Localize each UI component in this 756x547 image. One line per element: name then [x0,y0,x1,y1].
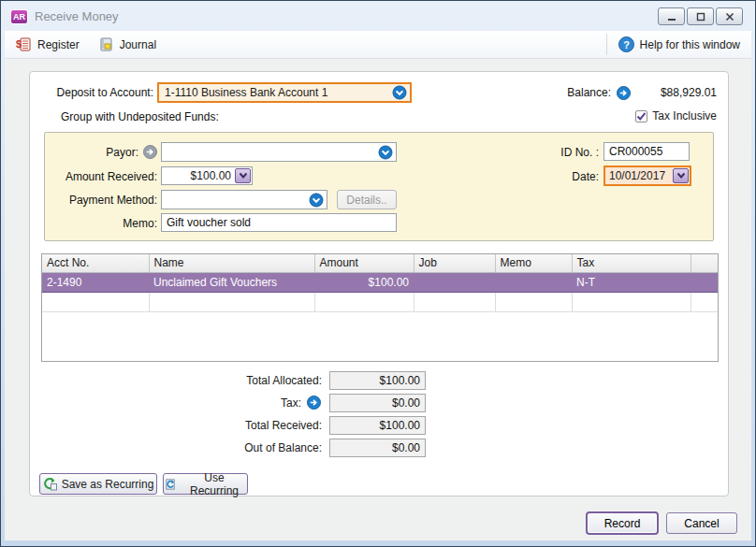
use-recurring-label: Use Recurring [182,471,247,497]
maximize-icon [695,11,706,22]
title-bar: AR Receive Money [2,2,754,31]
amount-received-field[interactable]: $100.00 [161,166,253,185]
help-icon: ? [618,36,634,52]
save-as-recurring-label: Save as Recurring [62,478,154,491]
date-field[interactable]: 10/01/2017 [603,166,691,186]
col-header-tax[interactable]: Tax [572,254,691,272]
tax-label: Tax: [142,394,301,412]
cell-job[interactable] [414,272,495,292]
col-header-memo[interactable]: Memo [495,254,572,272]
payment-details-panel: Payor: ID No. : Amount Received: $100.00 [44,132,714,241]
tax-value: $0.00 [329,394,426,412]
table-row-empty[interactable] [42,292,718,311]
app-badge-icon: AR [10,9,28,24]
details-button[interactable]: Details.. [337,190,397,209]
journal-button[interactable]: Journal [89,31,166,58]
receive-money-window: AR Receive Money $ [0,0,756,547]
total-allocated-label: Total Allocated: [142,371,322,390]
record-button[interactable]: Record [586,511,659,535]
register-label: Register [37,38,80,51]
total-allocated-value: $100.00 [329,371,426,390]
cancel-button[interactable]: Cancel [666,512,737,534]
col-header-name[interactable]: Name [149,254,314,272]
close-button[interactable] [716,7,743,25]
save-recurring-icon [43,477,57,491]
out-of-balance-value: $0.00 [329,439,426,457]
deposit-to-account-value: 1-1110 Business Bank Account 1 [159,86,392,99]
payment-method-combobox[interactable] [161,190,327,209]
col-header-acct[interactable]: Acct No. [42,254,149,272]
payor-dropdown-icon[interactable] [378,145,393,160]
table-header-row: Acct No. Name Amount Job Memo Tax [42,254,718,272]
col-header-amount[interactable]: Amount [314,254,414,272]
cell-tax[interactable]: N-T [572,272,691,292]
id-number-input[interactable] [603,142,690,161]
journal-icon [98,36,114,52]
register-button[interactable]: $ Register [5,31,89,58]
tax-inclusive-label: Tax Inclusive [652,109,717,122]
payment-method-label: Payment Method: [45,191,157,209]
svg-text:$: $ [16,38,22,50]
amount-received-value: $100.00 [162,169,235,182]
balance-label: Balance: [567,83,611,102]
tax-inclusive-checkbox[interactable]: Tax Inclusive [635,109,717,122]
journal-label: Journal [120,38,156,51]
window-title: Receive Money [35,9,119,23]
date-value: 10/01/2017 [605,169,673,182]
payor-combobox[interactable] [161,142,397,162]
svg-text:?: ? [623,39,630,50]
memo-input[interactable] [161,213,397,232]
cell-memo[interactable] [495,272,572,292]
col-header-blank [691,254,718,272]
maximize-button[interactable] [687,7,714,25]
minimize-button[interactable] [658,7,685,25]
help-label: Help for this window [640,38,740,51]
out-of-balance-label: Out of Balance: [142,439,322,457]
col-header-job[interactable]: Job [414,254,495,272]
deposit-dropdown-icon[interactable] [392,85,407,100]
cell-acct[interactable]: 2-1490 [42,272,149,292]
balance-value: $88,929.01 [636,83,717,102]
toolbar: $ Register Journal [5,31,751,59]
save-as-recurring-button[interactable]: Save as Recurring [39,473,157,495]
tax-zoom-arrow-icon[interactable] [307,396,321,410]
register-icon: $ [16,36,32,52]
amount-received-label: Amount Received: [45,167,157,186]
use-recurring-icon [164,478,177,491]
total-received-label: Total Received: [142,416,322,435]
deposit-to-account-label: Deposit to Account: [37,83,153,102]
date-calendar-dropdown-icon[interactable] [673,168,689,183]
tax-inclusive-checkbox-box[interactable] [635,110,647,122]
help-for-window-link[interactable]: ? Help for this window [606,34,751,55]
cell-name[interactable]: Unclaimed Gift Vouchers [149,272,314,292]
close-icon [724,11,735,22]
date-label: Date: [531,167,599,186]
deposit-to-account-combobox[interactable]: 1-1110 Business Bank Account 1 [157,82,412,103]
memo-label: Memo: [45,214,157,233]
cell-amount[interactable]: $100.00 [314,272,414,292]
group-undeposited-funds-label: Group with Undeposited Funds: [61,108,304,126]
use-recurring-button[interactable]: Use Recurring [163,473,248,495]
payor-label: Payor: [45,143,138,162]
form-card: Deposit to Account: 1-1110 Business Bank… [29,71,729,497]
minimize-icon [666,11,677,22]
table-row-selected[interactable]: 2-1490 Unclaimed Gift Vouchers $100.00 N… [42,272,718,292]
amount-calculator-dropdown-icon[interactable] [235,168,251,183]
payor-zoom-arrow-icon[interactable] [143,145,157,159]
id-number-label: ID No. : [494,143,599,162]
allocation-table: Acct No. Name Amount Job Memo Tax 2-1490… [41,253,719,362]
client-area: $ Register Journal [5,31,751,540]
balance-zoom-arrow-icon[interactable] [617,86,631,100]
payment-method-dropdown-icon[interactable] [309,193,324,208]
total-received-value: $100.00 [329,416,426,435]
